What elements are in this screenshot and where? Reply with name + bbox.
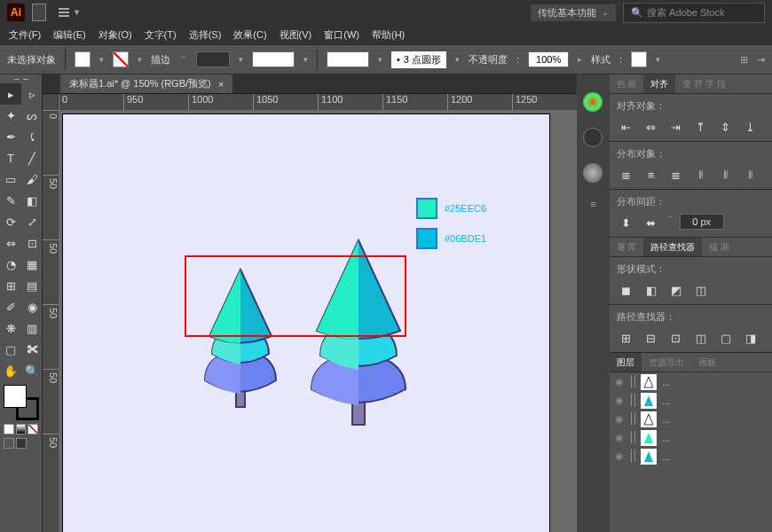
dist-right[interactable]: ⦀ (741, 166, 760, 184)
minus-front[interactable]: ◧ (642, 281, 661, 299)
layer-row[interactable]: ◉ ... (610, 428, 772, 447)
intersect[interactable]: ◩ (666, 281, 686, 299)
mesh-tool[interactable]: ⊞ (0, 275, 21, 296)
merge[interactable]: ⊡ (666, 329, 686, 347)
menu-object[interactable]: 对象(O) (93, 28, 138, 42)
lasso-tool[interactable]: ᔕ (21, 105, 43, 126)
graph-tool[interactable]: ▥ (21, 317, 43, 339)
minus-back[interactable]: ◨ (741, 329, 760, 347)
layer-row[interactable]: ◉ ... (610, 372, 772, 391)
menu-file[interactable]: 文件(F) (4, 28, 46, 42)
unite[interactable]: ◼ (617, 281, 636, 299)
slice-tool[interactable]: ✀ (21, 339, 43, 360)
layer-row[interactable]: ◉ ... (610, 447, 772, 466)
spacing-input[interactable] (680, 214, 724, 230)
align-top[interactable]: ⤒ (691, 118, 711, 136)
menu-edit[interactable]: 编辑(E) (48, 28, 91, 42)
panel-tab-transform[interactable]: 变 符 字 段 (675, 74, 732, 93)
menu-select[interactable]: 选择(S) (184, 28, 227, 42)
prefs-icon[interactable]: ⊞ (740, 54, 748, 66)
none-mode[interactable] (28, 424, 38, 434)
screen-normal[interactable] (4, 438, 14, 449)
crop[interactable]: ◫ (691, 329, 711, 347)
opacity-input[interactable] (528, 51, 569, 67)
trim[interactable]: ⊟ (642, 329, 661, 347)
search-input[interactable]: 🔍 搜索 Adobe Stock (623, 3, 765, 23)
menu-view[interactable]: 视图(V) (274, 28, 318, 42)
free-transform-tool[interactable]: ⊡ (21, 232, 43, 254)
type-tool[interactable]: T (0, 147, 21, 168)
shaper-tool[interactable]: ✎ (0, 190, 21, 211)
direct-selection-tool[interactable]: ▹ (21, 83, 43, 105)
close-icon[interactable]: × (218, 79, 224, 90)
canvas[interactable]: #25EEC6 #06BDE1 (59, 110, 577, 532)
panel-tab-align[interactable]: 对齐 (643, 74, 675, 93)
paintbrush-tool[interactable]: 🖌 (21, 168, 43, 190)
layer-row[interactable]: ◉ ... (610, 410, 772, 428)
menu-help[interactable]: 帮助(H) (366, 28, 410, 42)
symbols-panel-icon[interactable]: ≡ (590, 199, 595, 209)
workspace-selector[interactable]: 传统基本功能 ⌄ (531, 4, 616, 21)
doc-icon[interactable] (32, 4, 46, 21)
exclude[interactable]: ◫ (691, 281, 711, 299)
panel-tab-pathfinder[interactable]: 路径查找器 (643, 238, 702, 256)
panel-tab-color[interactable]: 色 画 (610, 74, 644, 93)
pen-tool[interactable]: ✒ (0, 126, 21, 147)
outline[interactable]: ▢ (716, 329, 736, 347)
dist-space-h[interactable]: ⬌ (642, 214, 661, 231)
style-swatch[interactable] (631, 51, 647, 67)
brush-profile[interactable]: •3 点圆形 (391, 51, 446, 68)
swatches-panel-icon[interactable] (583, 128, 603, 147)
dist-hcenter[interactable]: ⦀ (716, 166, 736, 184)
screen-full[interactable] (16, 438, 27, 449)
fill-swatch[interactable] (75, 51, 91, 67)
doc-setup-icon[interactable]: ⇥ (757, 54, 765, 66)
symbol-sprayer-tool[interactable]: ❋ (0, 317, 21, 339)
shape-builder-tool[interactable]: ◔ (0, 254, 21, 275)
eraser-tool[interactable]: ◧ (21, 190, 43, 211)
divide[interactable]: ⊞ (617, 329, 636, 347)
panel-tab-asset[interactable]: 资源导出 (642, 353, 691, 372)
dist-bottom[interactable]: ≣ (666, 166, 686, 184)
gradient-tool[interactable]: ▤ (21, 275, 43, 296)
rectangle-tool[interactable]: ▭ (0, 168, 21, 190)
dist-left[interactable]: ⦀ (691, 166, 711, 184)
document-tab[interactable]: 未标题1.ai* @ 150% (RGB/预览) × (60, 74, 232, 93)
eyedropper-tool[interactable]: ✐ (0, 296, 21, 317)
scale-tool[interactable]: ⤢ (21, 211, 43, 232)
panel-tab-artboard[interactable]: 画板 (691, 353, 723, 372)
width-tool[interactable]: ⇔ (0, 232, 21, 254)
zoom-tool[interactable]: 🔍 (21, 360, 43, 381)
dist-space-v[interactable]: ⬍ (617, 214, 636, 231)
align-left[interactable]: ⇤ (617, 118, 636, 136)
width-profile-dropdown[interactable] (327, 51, 369, 67)
stroke-weight-input[interactable] (196, 51, 230, 67)
curvature-tool[interactable]: ⤹ (21, 126, 43, 147)
color-mode[interactable] (4, 424, 14, 434)
brush-dropdown[interactable] (252, 51, 295, 67)
stroke-swatch[interactable] (113, 51, 129, 67)
layer-row[interactable]: ◉ ... (610, 391, 772, 410)
align-hcenter[interactable]: ⇔ (642, 118, 661, 136)
menu-type[interactable]: 文字(T) (139, 28, 182, 42)
rotate-tool[interactable]: ⟳ (0, 211, 21, 232)
selection-tool[interactable]: ▸ (0, 83, 21, 105)
dist-top[interactable]: ≣ (617, 166, 636, 184)
menu-effect[interactable]: 效果(C) (228, 28, 272, 42)
dist-vcenter[interactable]: ≡ (642, 166, 661, 184)
perspective-tool[interactable]: ▦ (21, 254, 43, 275)
gradient-mode[interactable] (16, 424, 27, 434)
artboard-tool[interactable]: ▢ (0, 339, 21, 360)
fill-stroke-control[interactable] (4, 385, 39, 420)
blend-tool[interactable]: ◉ (21, 296, 43, 317)
align-bottom[interactable]: ⤓ (741, 118, 760, 136)
color-panel-icon[interactable] (583, 92, 603, 112)
panel-tab-stroke[interactable]: 描 渐 (702, 238, 737, 256)
line-tool[interactable]: ╱ (21, 147, 43, 168)
panel-tab-layers[interactable]: 图层 (610, 353, 642, 372)
magic-wand-tool[interactable]: ✦ (0, 105, 21, 126)
align-right[interactable]: ⇥ (666, 118, 686, 136)
menu-window[interactable]: 窗口(W) (319, 28, 365, 42)
align-vcenter[interactable]: ⇕ (716, 118, 736, 136)
brushes-panel-icon[interactable] (583, 163, 603, 183)
